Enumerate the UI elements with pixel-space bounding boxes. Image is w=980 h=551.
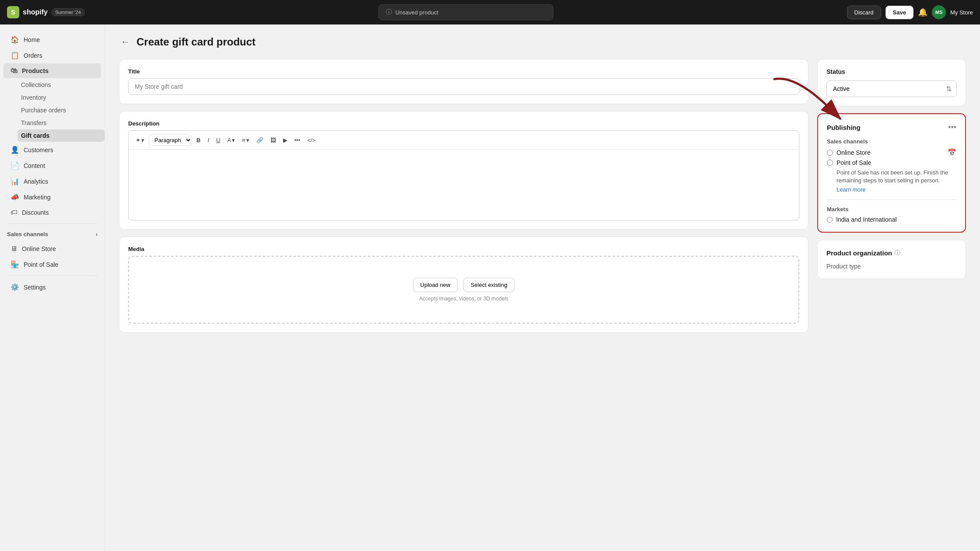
notifications-icon[interactable]: 🔔 <box>918 7 928 17</box>
media-buttons: Upload new Select existing <box>138 278 790 292</box>
back-button[interactable]: ← <box>119 35 131 49</box>
sidebar-item-orders[interactable]: 📋 Orders <box>4 48 101 63</box>
sidebar-sub-products: Collections Inventory Purchase orders Tr… <box>0 79 105 142</box>
upload-new-button[interactable]: Upload new <box>413 278 458 292</box>
india-market-label: India and International <box>836 216 897 223</box>
code-button[interactable]: </> <box>304 135 318 145</box>
right-column: Status ActiveDraft <box>817 59 966 279</box>
topnav-center: ⓘ Unsaved product <box>90 4 842 20</box>
video-button[interactable]: ▶ <box>280 135 290 145</box>
marketing-icon: 📣 <box>10 193 19 201</box>
publishing-title: Publishing <box>827 124 861 131</box>
pos-channel-group: Point of Sale Point of Sale has not been… <box>827 159 956 193</box>
topnav-actions: Discard Save 🔔 MS My Store <box>847 5 973 19</box>
india-market-radio[interactable] <box>827 217 833 223</box>
description-label: Description <box>128 120 799 127</box>
markets-title: Markets <box>827 206 956 213</box>
channel-item-online-store: Online Store 📅 <box>827 148 956 157</box>
align-button[interactable]: ≡ ▾ <box>239 135 252 145</box>
page-header: ← Create gift card product <box>119 35 966 49</box>
sidebar-item-collections[interactable]: Collections <box>18 79 105 91</box>
sidebar-item-gift-cards[interactable]: Gift cards <box>18 129 105 142</box>
sidebar-orders-label: Orders <box>24 52 42 59</box>
paragraph-select[interactable]: Paragraph <box>149 134 192 146</box>
unsaved-bar: ⓘ Unsaved product <box>378 4 553 20</box>
pos-channel-label: Point of Sale <box>836 159 871 166</box>
channel-item-pos: Point of Sale <box>827 159 956 166</box>
shopify-wordmark: shopify <box>23 8 48 16</box>
online-store-radio[interactable] <box>827 150 833 156</box>
online-store-channel-label: Online Store <box>836 149 871 156</box>
sidebar-item-point-of-sale[interactable]: 🏪 Point of Sale <box>4 257 101 272</box>
sidebar-item-products[interactable]: 🛍 Products <box>4 63 101 78</box>
products-icon: 🛍 <box>10 67 18 75</box>
save-button[interactable]: Save <box>886 6 914 19</box>
sidebar-customers-label: Customers <box>24 146 53 153</box>
publishing-card: Publishing ••• Sales channels Online Sto… <box>817 113 966 233</box>
media-label: Media <box>128 246 799 252</box>
description-card: Description ✦ ▾ Paragraph B I U <box>119 111 808 230</box>
content-grid: Title Description ✦ ▾ Paragraph B <box>119 59 966 340</box>
media-hint: Accepts images, videos, or 3D models <box>138 296 790 302</box>
status-card: Status ActiveDraft <box>817 59 966 106</box>
media-upload-area: Upload new Select existing Accepts image… <box>128 256 799 324</box>
product-org-info-icon: ⓘ <box>895 249 900 257</box>
home-icon: 🏠 <box>10 35 19 44</box>
color-button[interactable]: A ▾ <box>224 135 238 145</box>
sidebar-item-analytics[interactable]: 📊 Analytics <box>4 174 101 189</box>
sidebar-item-purchase-orders[interactable]: Purchase orders <box>18 104 105 116</box>
image-button[interactable]: 🖼 <box>268 135 279 145</box>
sidebar-item-home[interactable]: 🏠 Home <box>4 32 101 47</box>
sidebar-item-inventory[interactable]: Inventory <box>18 91 105 104</box>
status-select-wrapper: ActiveDraft <box>826 80 957 97</box>
analytics-icon: 📊 <box>10 177 19 185</box>
sidebar-sales-channels-header[interactable]: Sales channels › <box>0 227 105 241</box>
sidebar-divider <box>7 223 98 224</box>
more-button[interactable]: ••• <box>292 135 303 145</box>
sales-channels-subtitle: Sales channels <box>827 138 956 145</box>
sidebar-products-label: Products <box>22 67 49 74</box>
status-select[interactable]: ActiveDraft <box>826 80 957 97</box>
sidebar-item-marketing[interactable]: 📣 Marketing <box>4 189 101 205</box>
sparkle-icon: ✦ <box>136 137 140 143</box>
logo: S shopify Summer '24 <box>7 6 85 18</box>
description-editor[interactable] <box>129 150 799 220</box>
title-input[interactable] <box>128 78 799 95</box>
toolbar-format-btn[interactable]: ✦ ▾ <box>133 135 147 145</box>
italic-button[interactable]: I <box>205 135 212 145</box>
summer-badge: Summer '24 <box>51 8 85 16</box>
align-label: ≡ <box>242 137 245 143</box>
calendar-icon: 📅 <box>948 148 956 157</box>
sidebar-item-transfers[interactable]: Transfers <box>18 117 105 129</box>
pos-radio[interactable] <box>827 160 833 166</box>
online-store-icon: 🖥 <box>10 245 18 253</box>
sidebar-online-store-label: Online Store <box>22 245 56 252</box>
sidebar-item-content[interactable]: 📄 Content <box>4 158 101 173</box>
sidebar-home-label: Home <box>24 36 40 43</box>
sidebar-content-label: Content <box>24 162 45 169</box>
publishing-more-button[interactable]: ••• <box>948 123 956 132</box>
page-title: Create gift card product <box>136 36 256 48</box>
sidebar-item-online-store[interactable]: 🖥 Online Store <box>4 241 101 256</box>
chevron-right-icon: › <box>96 231 98 237</box>
sidebar-discounts-label: Discounts <box>22 209 49 216</box>
sidebar-marketing-label: Marketing <box>24 194 50 201</box>
sidebar-item-customers[interactable]: 👤 Customers <box>4 142 101 157</box>
sidebar-item-settings[interactable]: ⚙️ Settings <box>4 279 101 295</box>
settings-icon: ⚙️ <box>10 283 19 291</box>
shopify-logo-icon: S <box>7 6 19 18</box>
orders-icon: 📋 <box>10 51 19 59</box>
info-icon: ⓘ <box>386 8 392 16</box>
content-icon: 📄 <box>10 161 19 170</box>
learn-more-link[interactable]: Learn more <box>836 186 865 193</box>
title-label: Title <box>128 68 799 75</box>
discard-button[interactable]: Discard <box>847 6 881 19</box>
publishing-divider <box>827 199 956 200</box>
link-button[interactable]: 🔗 <box>254 135 266 145</box>
select-existing-button[interactable]: Select existing <box>463 278 515 292</box>
bold-button[interactable]: B <box>194 135 203 145</box>
underline-button[interactable]: U <box>214 135 223 145</box>
sidebar: 🏠 Home 📋 Orders 🛍 Products Collections I… <box>0 24 105 551</box>
sidebar-item-discounts[interactable]: 🏷 Discounts <box>4 205 101 220</box>
customers-icon: 👤 <box>10 146 19 154</box>
